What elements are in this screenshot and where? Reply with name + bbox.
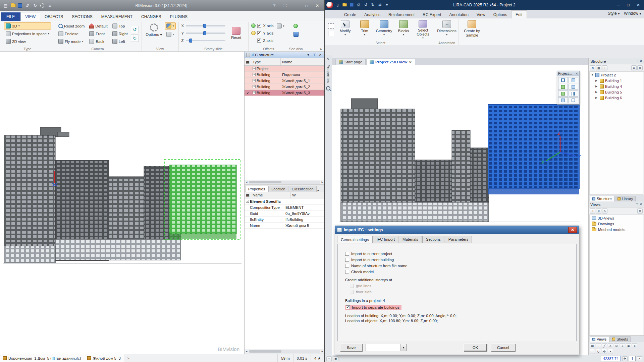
liracad-logo-icon[interactable] bbox=[326, 1, 333, 9]
palette-tool-button[interactable] bbox=[569, 77, 578, 83]
tab-options[interactable]: Options bbox=[489, 11, 511, 18]
tree-row-building[interactable]: +Building Жилой дом 5_1 bbox=[245, 78, 324, 84]
tree-item-building[interactable]: ▶ Building 5 bbox=[590, 89, 643, 95]
status-lock-icon[interactable]: ▪ bbox=[637, 356, 642, 361]
snap-angle-icon[interactable]: ∠ bbox=[608, 343, 613, 348]
trim-button[interactable]: Trim▾ bbox=[355, 19, 374, 41]
y-axis-checkbox[interactable] bbox=[257, 31, 261, 35]
search-icon[interactable] bbox=[326, 86, 330, 90]
tree-hscrollbar[interactable]: ◄ ► bbox=[245, 180, 324, 185]
help-button[interactable]: ? bbox=[270, 2, 279, 9]
open-model-tab[interactable]: Воронежская_1 Дом_5 (!!!Три здания.ifc) bbox=[0, 354, 84, 362]
palette-tool-button[interactable] bbox=[569, 90, 578, 97]
settings-icon[interactable] bbox=[40, 3, 45, 8]
reset-zoom-button[interactable]: Reset zoom bbox=[57, 22, 86, 29]
dimensions-button[interactable]: Dimensions▾ bbox=[437, 19, 457, 41]
settings-icon[interactable]: ⚙ bbox=[637, 65, 643, 70]
rotate-cw-button[interactable]: ↻ bbox=[131, 35, 139, 42]
panel-pin-icon[interactable]: ⊤ bbox=[636, 59, 639, 63]
maximize-button[interactable]: □ bbox=[623, 1, 633, 9]
offset-options-button[interactable]: ▾ bbox=[275, 22, 286, 29]
window-menu[interactable]: Window ▾ bbox=[624, 11, 641, 16]
close-button[interactable]: ✕ bbox=[633, 1, 643, 9]
cancel-button[interactable]: Cancel bbox=[491, 344, 515, 351]
tab-properties[interactable]: Properties bbox=[245, 186, 268, 192]
tree-item-building[interactable]: ▶ Building 4 bbox=[590, 83, 643, 89]
expand-icon[interactable]: ▶ bbox=[595, 79, 598, 82]
enclose-button[interactable]: Enclose bbox=[57, 30, 86, 37]
tab-sections[interactable]: Sections bbox=[422, 236, 444, 243]
tab-library[interactable]: Library bbox=[615, 196, 636, 201]
coord-mode-icon[interactable]: ✛ bbox=[622, 356, 628, 361]
filter-icon[interactable]: ▦ bbox=[596, 65, 601, 70]
save-icon[interactable] bbox=[18, 3, 22, 8]
storey-slider-x[interactable] bbox=[186, 25, 225, 26]
storey-slider-z[interactable] bbox=[186, 40, 225, 41]
prop-row[interactable]: CompositionTypeELEMENT bbox=[245, 204, 324, 210]
expand-icon[interactable]: + bbox=[253, 73, 256, 76]
open-file-icon[interactable] bbox=[342, 2, 347, 8]
tab-analytics[interactable]: Analytics bbox=[360, 11, 384, 18]
tools-icon[interactable]: ≡ bbox=[47, 3, 53, 9]
style-menu[interactable]: Style ▾ bbox=[608, 11, 620, 16]
snap-point-icon[interactable]: ∙ bbox=[596, 343, 601, 348]
edit-pencil-icon[interactable]: ✎ bbox=[327, 57, 329, 61]
selected-object-tab[interactable]: Жилой дом 5_3 bbox=[84, 354, 124, 362]
minimize-button[interactable]: ─ bbox=[291, 2, 300, 9]
menu-plugins[interactable]: PLUGINS bbox=[165, 12, 192, 21]
camera-icon[interactable]: ▣ bbox=[626, 343, 631, 348]
scroll-left-icon[interactable]: ◄ bbox=[245, 181, 248, 184]
lock-icon[interactable]: ▪ bbox=[608, 349, 613, 354]
maximize-button[interactable]: □ bbox=[302, 2, 311, 9]
tab-create[interactable]: Create bbox=[340, 11, 360, 18]
tab-parameters[interactable]: Parameters bbox=[445, 236, 472, 243]
tab-structure[interactable]: Structure bbox=[590, 196, 614, 201]
tree-root-project[interactable]: ▼ Project 2 bbox=[590, 72, 643, 78]
views-item-drawings[interactable]: Drawings bbox=[590, 221, 643, 227]
close-tab-icon[interactable]: ✕ bbox=[409, 60, 412, 64]
refresh-icon[interactable]: ↻ bbox=[590, 65, 595, 70]
prop-row[interactable]: NameЖилой дом 5 bbox=[245, 223, 324, 229]
tab-annotation[interactable]: Annotation bbox=[445, 11, 472, 18]
prop-filter-icon[interactable]: ▦ bbox=[245, 192, 251, 198]
redo-icon[interactable]: ↻ bbox=[370, 2, 376, 8]
app-menu-icon[interactable]: ▤ bbox=[3, 3, 9, 9]
scroll-right-icon[interactable]: ► bbox=[321, 181, 324, 184]
prop-hscrollbar[interactable]: ◄ ► bbox=[245, 349, 324, 354]
fullscreen-button[interactable]: ⛶ bbox=[281, 2, 289, 9]
tab-materials[interactable]: Materials bbox=[399, 236, 422, 243]
new-view-icon[interactable]: ＋ bbox=[590, 208, 595, 214]
snap-line-icon[interactable]: ╱ bbox=[602, 343, 607, 348]
tree-item-building[interactable]: ▶ Building 1 bbox=[590, 78, 643, 83]
select-objects-button[interactable]: Select Objects▾ bbox=[413, 19, 433, 41]
palette-tool-button[interactable] bbox=[558, 90, 568, 97]
views-settings-icon[interactable]: ⚙ bbox=[637, 208, 643, 214]
camera-right-button[interactable]: Right bbox=[111, 30, 129, 37]
menu-sections[interactable]: SECTIONS bbox=[67, 12, 97, 21]
fly-mode-button[interactable]: Fly mode▾ bbox=[57, 38, 86, 45]
geometry-button[interactable]: Geometry▾ bbox=[374, 19, 394, 41]
redo-icon[interactable]: ↻ bbox=[32, 3, 38, 9]
rotate-ccw-button[interactable]: ↺ bbox=[131, 26, 139, 33]
undo-icon[interactable]: ↺ bbox=[363, 2, 369, 8]
expand-all-icon[interactable]: ＋ bbox=[602, 65, 607, 70]
tree-row-project[interactable]: −Project bbox=[245, 66, 324, 72]
tab-ifc-import[interactable]: IFC Import bbox=[373, 236, 398, 243]
menu-view[interactable]: VIEW bbox=[20, 12, 40, 21]
paint-mode-button[interactable]: ▾ bbox=[165, 22, 176, 29]
tab-views[interactable]: Views bbox=[590, 336, 609, 342]
camera-front-button[interactable]: Front bbox=[88, 30, 109, 37]
dialog-close-button[interactable]: ✕ bbox=[568, 227, 577, 233]
view-3d-button[interactable]: 3D▾ bbox=[4, 22, 51, 29]
panel-close-icon[interactable]: ✕ bbox=[318, 53, 323, 57]
storey-slider-y[interactable] bbox=[186, 33, 225, 34]
save-button[interactable]: Save bbox=[340, 344, 362, 351]
expand-icon[interactable]: + bbox=[253, 79, 256, 82]
snap-ortho-icon[interactable]: ⊥ bbox=[620, 343, 625, 348]
tree-row-building-selected[interactable]: ✓ +Building Жилой дом 5_3 bbox=[245, 90, 324, 96]
dialog-titlebar[interactable]: Import IFC - settings ✕ bbox=[335, 226, 579, 234]
tree-row-building[interactable]: +Building Жилой дом 5_2 bbox=[245, 84, 324, 90]
select-lasso-icon[interactable] bbox=[328, 31, 334, 36]
modify-button[interactable]: Modify▾ bbox=[335, 19, 355, 41]
menu-changes[interactable]: CHANGES bbox=[137, 12, 165, 21]
